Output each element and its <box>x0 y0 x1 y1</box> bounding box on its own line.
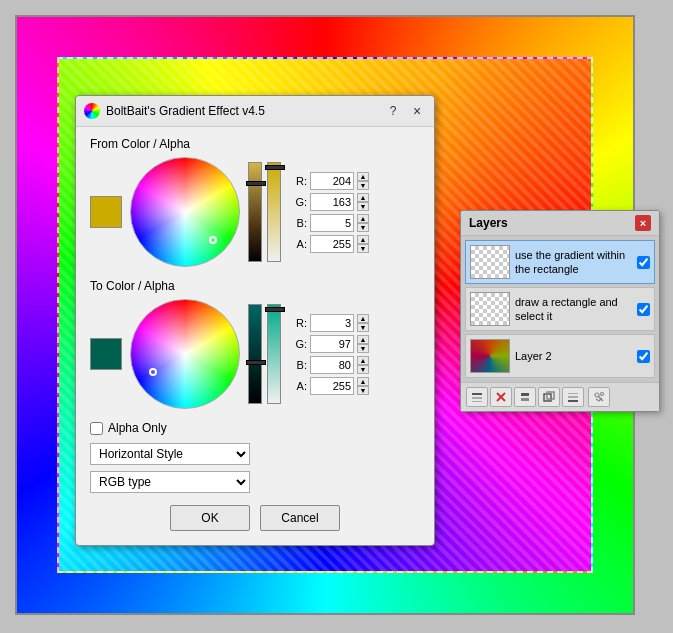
to-r-up[interactable]: ▲ <box>357 314 369 323</box>
type-dropdown-row: RGB type HSV type <box>90 471 420 493</box>
to-color-swatch[interactable] <box>90 338 122 370</box>
from-sliders <box>248 162 281 262</box>
dialog-help-button[interactable]: ? <box>384 102 402 120</box>
from-b-up[interactable]: ▲ <box>357 214 369 223</box>
to-g-spinner[interactable]: ▲ ▼ <box>357 335 369 353</box>
from-b-row: B: ▲ ▼ <box>293 214 369 232</box>
svg-point-13 <box>601 393 604 396</box>
from-wheel-dot <box>209 236 217 244</box>
layer-delete-button[interactable] <box>490 387 512 407</box>
from-wheel-disc[interactable] <box>130 157 240 267</box>
svg-rect-1 <box>472 397 482 399</box>
to-alpha-thumb[interactable] <box>265 307 285 312</box>
to-g-input[interactable] <box>310 335 354 353</box>
alpha-only-checkbox[interactable] <box>90 422 103 435</box>
to-color-controls: R: ▲ ▼ G: ▲ ▼ <box>90 299 420 409</box>
from-alpha-slider[interactable] <box>267 162 281 262</box>
svg-rect-9 <box>568 393 578 394</box>
from-r-label: R: <box>293 175 307 187</box>
to-g-up[interactable]: ▲ <box>357 335 369 344</box>
from-r-down[interactable]: ▼ <box>357 181 369 190</box>
to-wheel-disc[interactable] <box>130 299 240 409</box>
to-r-spinner[interactable]: ▲ ▼ <box>357 314 369 332</box>
to-r-down[interactable]: ▼ <box>357 323 369 332</box>
layer-properties-button[interactable] <box>588 387 610 407</box>
from-r-row: R: ▲ ▼ <box>293 172 369 190</box>
layers-close-button[interactable]: × <box>635 215 651 231</box>
svg-rect-6 <box>521 398 529 401</box>
from-color-controls: R: ▲ ▼ G: ▲ ▼ <box>90 157 420 267</box>
layer-item-2[interactable]: draw a rectangle and select it <box>465 287 655 331</box>
ok-button[interactable]: OK <box>170 505 250 531</box>
from-a-down[interactable]: ▼ <box>357 244 369 253</box>
layer-thumb-colored-3 <box>471 340 509 372</box>
layer-item-3[interactable]: Layer 2 <box>465 334 655 378</box>
from-hue-slider[interactable] <box>248 162 262 262</box>
to-b-input[interactable] <box>310 356 354 374</box>
from-color-section: From Color / Alpha <box>90 137 420 267</box>
layer-thumb-checker-1 <box>471 246 509 278</box>
from-color-wheel[interactable] <box>130 157 240 267</box>
layers-toolbar <box>461 382 659 411</box>
from-g-spinner[interactable]: ▲ ▼ <box>357 193 369 211</box>
type-dropdown[interactable]: RGB type HSV type <box>90 471 250 493</box>
from-b-input[interactable] <box>310 214 354 232</box>
from-a-up[interactable]: ▲ <box>357 235 369 244</box>
alpha-only-label: Alpha Only <box>108 421 167 435</box>
to-a-down[interactable]: ▼ <box>357 386 369 395</box>
from-b-spinner[interactable]: ▲ ▼ <box>357 214 369 232</box>
to-b-down[interactable]: ▼ <box>357 365 369 374</box>
layer-move-down-button[interactable] <box>562 387 584 407</box>
layer-duplicate-button[interactable] <box>538 387 560 407</box>
from-g-down[interactable]: ▼ <box>357 202 369 211</box>
style-dropdown-row: Horizontal Style Vertical Style Diagonal… <box>90 443 420 465</box>
to-a-up[interactable]: ▲ <box>357 377 369 386</box>
to-hue-thumb[interactable] <box>246 360 266 365</box>
layer-thumb-checker-2 <box>471 293 509 325</box>
to-b-row: B: ▲ ▼ <box>293 356 369 374</box>
layer-checkbox-2[interactable] <box>637 303 650 316</box>
dialog-close-button[interactable]: × <box>408 102 426 120</box>
dialog-body: From Color / Alpha <box>76 127 434 545</box>
to-sliders <box>248 304 281 404</box>
layer-label-2: draw a rectangle and select it <box>515 295 632 324</box>
layer-item-1[interactable]: use the gradient within the rectangle <box>465 240 655 284</box>
from-g-input[interactable] <box>310 193 354 211</box>
to-b-label: B: <box>293 359 307 371</box>
dialog-icon <box>84 103 100 119</box>
cancel-button[interactable]: Cancel <box>260 505 340 531</box>
from-color-swatch[interactable] <box>90 196 122 228</box>
to-alpha-slider[interactable] <box>267 304 281 404</box>
to-color-section: To Color / Alpha <box>90 279 420 409</box>
to-a-input[interactable] <box>310 377 354 395</box>
from-r-input[interactable] <box>310 172 354 190</box>
to-hue-slider[interactable] <box>248 304 262 404</box>
from-hue-thumb[interactable] <box>246 181 266 186</box>
to-color-wheel[interactable] <box>130 299 240 409</box>
layer-move-up-button[interactable] <box>466 387 488 407</box>
from-a-input[interactable] <box>310 235 354 253</box>
to-rgba-fields: R: ▲ ▼ G: ▲ ▼ <box>293 314 369 395</box>
from-a-spinner[interactable]: ▲ ▼ <box>357 235 369 253</box>
from-r-up[interactable]: ▲ <box>357 172 369 181</box>
from-g-up[interactable]: ▲ <box>357 193 369 202</box>
to-r-label: R: <box>293 317 307 329</box>
layer-checkbox-1[interactable] <box>637 256 650 269</box>
layer-checkbox-3[interactable] <box>637 350 650 363</box>
layer-merge-button[interactable] <box>514 387 536 407</box>
from-a-label: A: <box>293 238 307 250</box>
to-b-spinner[interactable]: ▲ ▼ <box>357 356 369 374</box>
to-a-spinner[interactable]: ▲ ▼ <box>357 377 369 395</box>
to-b-up[interactable]: ▲ <box>357 356 369 365</box>
to-wheel-dot <box>149 368 157 376</box>
from-b-label: B: <box>293 217 307 229</box>
to-g-down[interactable]: ▼ <box>357 344 369 353</box>
from-b-down[interactable]: ▼ <box>357 223 369 232</box>
from-alpha-thumb[interactable] <box>265 165 285 170</box>
from-r-spinner[interactable]: ▲ ▼ <box>357 172 369 190</box>
svg-rect-10 <box>568 396 578 398</box>
to-r-input[interactable] <box>310 314 354 332</box>
to-r-row: R: ▲ ▼ <box>293 314 369 332</box>
layer-thumb-3 <box>470 339 510 373</box>
style-dropdown[interactable]: Horizontal Style Vertical Style Diagonal… <box>90 443 250 465</box>
